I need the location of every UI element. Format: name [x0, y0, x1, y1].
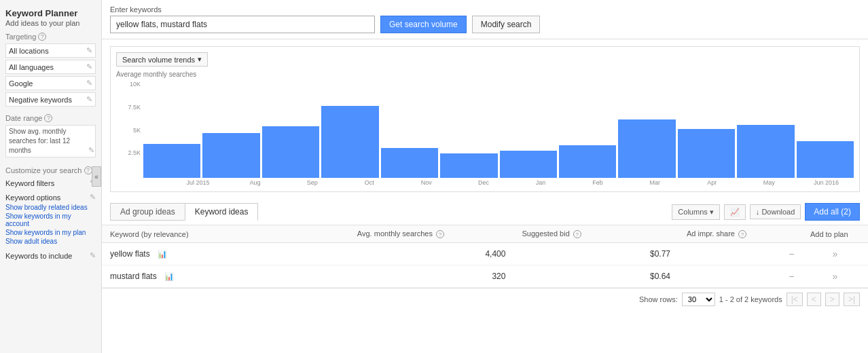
tab-ad-group-ideas[interactable]: Ad group ideas: [110, 203, 185, 221]
bid-help-icon[interactable]: ?: [573, 230, 581, 238]
cell-addplan: »: [802, 265, 868, 288]
bars-area: [143, 81, 854, 179]
keywords-account-link[interactable]: Show keywords in my account: [5, 212, 96, 228]
bar-column: [797, 141, 854, 178]
sidebar: Keyword Planner Add ideas to your plan «…: [0, 0, 102, 353]
last-page-button[interactable]: >|: [844, 293, 860, 306]
customize-help-icon[interactable]: ?: [84, 166, 92, 174]
edit-icon: ✎: [86, 79, 92, 88]
keyword-filters-item[interactable]: Keyword filters ✎: [5, 177, 96, 189]
bar: [321, 106, 378, 178]
date-range-item[interactable]: Show avg. monthly searches for: last 12 …: [5, 125, 96, 157]
broadly-related-link[interactable]: Show broadly related ideas: [5, 203, 96, 212]
header-bar: Enter keywords Get search volume Modify …: [102, 0, 868, 39]
x-label: Aug: [228, 179, 283, 186]
monthly-help-icon[interactable]: ?: [436, 230, 444, 238]
bar-column: [440, 153, 497, 178]
tab-keyword-ideas[interactable]: Keyword ideas: [185, 203, 259, 221]
keywords-include-item[interactable]: Keywords to include ✎: [5, 250, 96, 261]
bar: [143, 144, 200, 178]
bar-column: [381, 148, 438, 178]
bar: [678, 129, 735, 178]
collapse-button[interactable]: «: [92, 166, 101, 187]
keywords-plan-link[interactable]: Show keywords in my plan: [5, 228, 96, 237]
keyword-input[interactable]: [110, 16, 375, 33]
y-tick-25k: 2.5K: [128, 149, 141, 156]
bar-column: [321, 106, 378, 178]
table-row: mustard flats 📊 320 $0.64 – »: [102, 265, 868, 288]
x-label: Apr: [685, 179, 740, 186]
cell-keyword: yellow flats 📊: [102, 243, 349, 265]
th-monthly: Avg. monthly searches ?: [349, 225, 514, 243]
date-edit-icon: ✎: [88, 146, 94, 155]
bar: [202, 133, 259, 178]
add-all-button[interactable]: Add all (2): [805, 203, 860, 221]
cell-monthly: 320: [349, 265, 514, 288]
edit-icon: ✎: [86, 62, 92, 71]
adimpr-help-icon[interactable]: ?: [738, 230, 746, 238]
languages-item[interactable]: All languages ✎: [5, 60, 96, 74]
date-range-label: Date range ?: [5, 114, 96, 122]
download-button[interactable]: ↓ Download: [750, 204, 801, 219]
trend-icon[interactable]: 📊: [158, 250, 167, 258]
dropdown-icon: ▾: [198, 55, 202, 64]
page-info: 1 - 2 of 2 keywords: [719, 295, 782, 303]
show-rows-label: Show rows:: [639, 295, 678, 303]
chart-header: Search volume trends ▾: [116, 52, 854, 67]
edit-icon: ✎: [90, 193, 96, 202]
x-label: Jan: [513, 179, 568, 186]
columns-button[interactable]: Columns ▾: [672, 204, 719, 220]
adult-ideas-link[interactable]: Show adult ideas: [5, 237, 96, 246]
add-to-plan-button[interactable]: »: [833, 248, 838, 259]
bar: [381, 148, 438, 178]
graph-icon-button[interactable]: 📈: [724, 204, 746, 220]
tabs-right: Columns ▾ 📈 ↓ Download Add all (2): [672, 203, 860, 221]
chart-container: Search volume trends ▾ Average monthly s…: [110, 46, 860, 192]
x-label: Mar: [628, 179, 683, 186]
x-label: Jul 2015: [170, 179, 225, 186]
app-title: Keyword Planner: [0, 5, 101, 19]
x-label: Jun 2016: [799, 179, 854, 186]
trend-icon[interactable]: 📊: [164, 272, 174, 280]
y-tick-10k: 10K: [130, 81, 141, 88]
google-item[interactable]: Google ✎: [5, 76, 96, 90]
edit-icon: ✎: [90, 251, 96, 260]
negative-keywords-item[interactable]: Negative keywords ✎: [5, 92, 96, 107]
get-search-volume-button[interactable]: Get search volume: [380, 16, 467, 33]
date-range-help-icon[interactable]: ?: [44, 114, 52, 122]
table-body: yellow flats 📊 4,400 $0.77 – » mustard f…: [102, 243, 868, 288]
pagination-bar: Show rows: 30 50 100 1 - 2 of 2 keywords…: [102, 288, 868, 310]
bar: [737, 125, 794, 178]
modify-search-button[interactable]: Modify search: [472, 16, 541, 33]
chart-y-label: Average monthly searches: [116, 71, 854, 78]
next-page-button[interactable]: >: [825, 293, 839, 306]
bar: [559, 145, 616, 178]
y-tick-5k: 5K: [133, 127, 141, 134]
keyword-options-item[interactable]: Keyword options ✎: [5, 191, 96, 203]
x-label: Feb: [571, 179, 626, 186]
bar-column: [202, 133, 259, 178]
add-to-plan-button[interactable]: »: [833, 271, 838, 282]
rows-select[interactable]: 30 50 100: [682, 293, 715, 306]
locations-item[interactable]: All locations ✎: [5, 43, 96, 58]
th-keyword: Keyword (by relevance): [102, 225, 349, 243]
y-tick-75k: 7.5K: [128, 104, 141, 111]
search-volume-trends-button[interactable]: Search volume trends ▾: [116, 52, 208, 67]
bar: [500, 151, 557, 178]
edit-icon: ✎: [86, 95, 92, 104]
bar-column: [618, 119, 675, 178]
prev-page-button[interactable]: <: [807, 293, 821, 306]
bar: [618, 119, 675, 178]
bar-column: [143, 144, 200, 178]
x-label: Dec: [456, 179, 511, 186]
keyword-input-group: Enter keywords: [110, 5, 375, 33]
th-addplan: Add to plan: [802, 225, 868, 243]
main-content: Enter keywords Get search volume Modify …: [102, 0, 868, 353]
bar-column: [262, 126, 319, 178]
cell-bid: $0.64: [513, 265, 679, 288]
th-bid: Suggested bid ?: [513, 225, 679, 243]
first-page-button[interactable]: |<: [786, 293, 803, 306]
keywords-table: Keyword (by relevance) Avg. monthly sear…: [102, 225, 868, 288]
targeting-help-icon[interactable]: ?: [38, 33, 46, 41]
x-label: Oct: [342, 179, 397, 186]
